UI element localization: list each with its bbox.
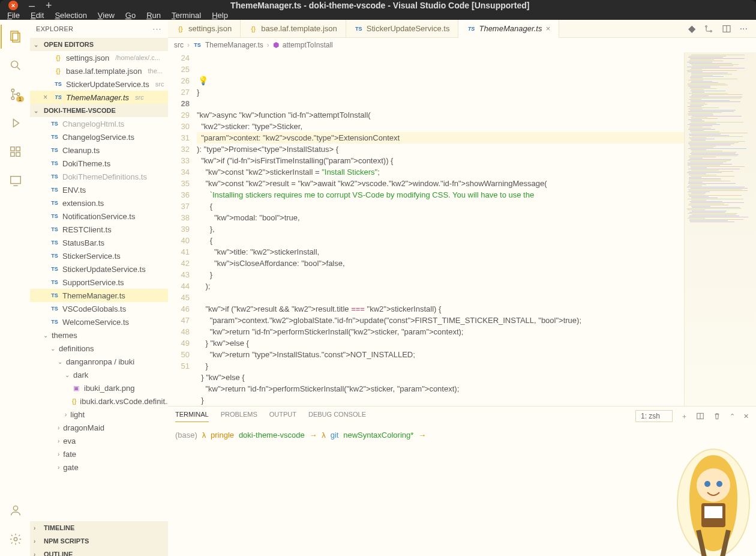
tree-folder[interactable]: ›gate	[30, 461, 168, 474]
tab-action-diff-icon[interactable]	[704, 24, 713, 34]
tab-action-split-icon[interactable]	[722, 24, 731, 34]
svg-rect-8	[10, 147, 14, 151]
panel-tab-problems[interactable]: PROBLEMS	[221, 411, 257, 422]
activity-debug-icon[interactable]	[1, 111, 29, 135]
tree-file[interactable]: TSRESTClient.ts	[30, 223, 168, 236]
activity-account-icon[interactable]	[1, 498, 29, 522]
close-icon[interactable]: ×	[545, 24, 550, 33]
section-outline[interactable]: › OUTLINE	[30, 548, 168, 556]
terminal-new-icon[interactable]: ＋	[681, 412, 688, 421]
breadcrumb[interactable]: src› TSThemeManager.ts› ⬢attemptToInstal…	[168, 38, 756, 52]
tree-folder[interactable]: ›eva	[30, 434, 168, 447]
menu-go[interactable]: Go	[125, 11, 136, 20]
terminal-split-icon[interactable]	[696, 412, 704, 420]
svg-point-16	[705, 25, 707, 27]
tree-file[interactable]: TSDokiTheme.ts	[30, 157, 168, 170]
tree-file[interactable]: ▣ibuki_dark.png	[30, 381, 168, 394]
terminal-select[interactable]: 1: zsh	[635, 410, 673, 422]
tree-file[interactable]: TSThemeManager.ts	[30, 289, 168, 302]
panel-tab-terminal[interactable]: TERMINAL	[175, 411, 209, 422]
activity-scm-icon[interactable]: 1	[1, 82, 29, 106]
tree-folder[interactable]: ⌄danganronpa / ibuki	[30, 355, 168, 368]
sticker-image	[668, 443, 756, 556]
svg-point-4	[11, 89, 14, 92]
window-new-button[interactable]: +	[46, 0, 52, 11]
tab-action-compare-icon[interactable]: ◆	[688, 23, 695, 34]
chevron-icon: ›	[58, 451, 59, 458]
tree-file[interactable]: TSDokiThemeDefinitions.ts	[30, 170, 168, 183]
terminal-body[interactable]: (base) λ pringle doki-theme-vscode → λ g…	[168, 426, 756, 556]
svg-point-24	[704, 481, 710, 487]
tree-file[interactable]: TSStickerUpdateService.ts	[30, 262, 168, 276]
editor-tab[interactable]: TSThemeManager.ts ×	[458, 20, 559, 38]
panel: TERMINAL PROBLEMS OUTPUT DEBUG CONSOLE 1…	[168, 406, 756, 556]
activity-explorer-icon[interactable]	[1, 25, 29, 49]
terminal-kill-icon[interactable]	[713, 412, 721, 420]
scm-badge: 1	[16, 96, 24, 102]
panel-tab-debug[interactable]: DEBUG CONSOLE	[308, 411, 366, 422]
section-open-editors[interactable]: ⌄ OPEN EDITORS	[30, 38, 168, 51]
tree-file[interactable]: TSVSCodeGlobals.ts	[30, 302, 168, 315]
close-icon[interactable]: ×	[43, 93, 50, 101]
window-close-button[interactable]: ×	[8, 1, 18, 10]
tree-file[interactable]: TSChangelogHtml.ts	[30, 117, 168, 130]
ts-icon: TS	[467, 26, 475, 32]
json-icon: {}	[54, 54, 62, 61]
tree-file[interactable]: TSSupportService.ts	[30, 276, 168, 289]
tree-file[interactable]: TSENV.ts	[30, 183, 168, 196]
tree-file[interactable]: {}ibuki.dark.vsCode.definit...	[30, 394, 168, 408]
section-npm[interactable]: › NPM SCRIPTS	[30, 534, 168, 548]
lightbulb-icon[interactable]: 💡	[198, 75, 208, 86]
panel-tab-output[interactable]: OUTPUT	[269, 411, 296, 422]
editor-tab[interactable]: TSStickerUpdateService.ts	[346, 20, 459, 37]
menu-run[interactable]: Run	[146, 11, 161, 20]
menu-view[interactable]: View	[98, 11, 115, 20]
chevron-icon: ⌄	[43, 332, 48, 339]
menu-edit[interactable]: Edit	[31, 11, 44, 20]
sidebar-more-icon[interactable]: ···	[153, 25, 162, 32]
panel-maximize-icon[interactable]: ⌃	[730, 412, 735, 420]
open-editor-item[interactable]: {}base.laf.template.jsonthe...	[30, 64, 168, 77]
activity-search-icon[interactable]	[1, 53, 29, 77]
tree-file[interactable]: TSextension.ts	[30, 196, 168, 210]
open-editor-item[interactable]: {}settings.json/home/alex/.c...	[30, 51, 168, 64]
section-timeline[interactable]: › TIMELINE	[30, 521, 168, 534]
tree-file[interactable]: TSNotificationService.ts	[30, 210, 168, 223]
activity-extensions-icon[interactable]	[1, 140, 29, 164]
svg-rect-12	[10, 177, 20, 184]
menu-help[interactable]: Help	[212, 11, 228, 20]
tree-file[interactable]: TSChangelogService.ts	[30, 130, 168, 144]
minimap[interactable]	[684, 52, 756, 406]
tree-folder[interactable]: ›light	[30, 408, 168, 421]
tree-file[interactable]: TSWelcomeService.ts	[30, 315, 168, 328]
tree-file[interactable]: TSStickerService.ts	[30, 249, 168, 262]
code-editor[interactable]: 💡 } "kw">async "kw">function "id-fn">att…	[197, 52, 684, 406]
ts-icon: TS	[50, 240, 59, 246]
svg-rect-27	[704, 506, 722, 518]
tree-file[interactable]: TSStatusBar.ts	[30, 236, 168, 249]
tree-file[interactable]: TSCleanup.ts	[30, 144, 168, 157]
menubar: File Edit Selection View Go Run Terminal…	[0, 11, 756, 20]
menu-selection[interactable]: Selection	[55, 11, 86, 20]
ts-icon: TS	[54, 81, 62, 87]
activity-settings-icon[interactable]	[1, 527, 29, 551]
open-editor-item[interactable]: TSStickerUpdateService.tssrc	[30, 77, 168, 91]
open-editor-item[interactable]: ×TSThemeManager.tssrc	[30, 91, 168, 104]
activity-remote-icon[interactable]	[1, 169, 29, 193]
tree-folder[interactable]: ›fate	[30, 447, 168, 461]
tree-folder[interactable]: ⌄definitions	[30, 342, 168, 355]
tree-folder[interactable]: ⌄themes	[30, 328, 168, 342]
tree-folder[interactable]: ⌄dark	[30, 368, 168, 381]
svg-point-25	[716, 481, 722, 487]
menu-terminal[interactable]: Terminal	[172, 11, 201, 20]
ts-icon: TS	[50, 160, 59, 166]
editor-tab[interactable]: {}settings.json	[168, 20, 241, 37]
section-folder[interactable]: ⌄ DOKI-THEME-VSCODE	[30, 104, 168, 117]
panel-close-icon[interactable]: ✕	[743, 412, 749, 420]
tree-folder[interactable]: ›dragonMaid	[30, 421, 168, 434]
editor-tab[interactable]: {}base.laf.template.json	[241, 20, 346, 37]
menu-file[interactable]: File	[7, 11, 20, 20]
tab-action-more-icon[interactable]: ···	[740, 23, 748, 34]
window-minimize-button[interactable]: –	[29, 0, 35, 11]
svg-point-17	[710, 30, 712, 32]
